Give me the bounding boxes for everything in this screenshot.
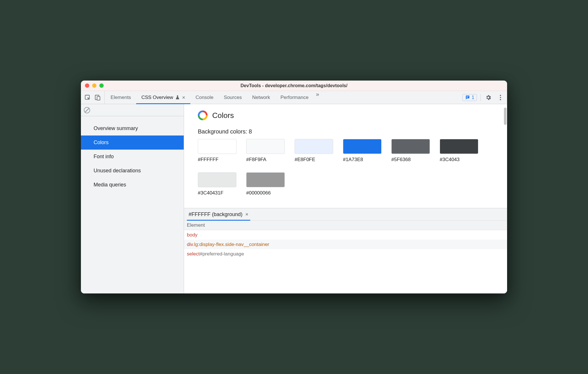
swatch-label: #3C4043 [440,157,478,163]
kebab-menu-icon[interactable] [496,93,505,102]
inspect-element-icon[interactable] [83,93,92,102]
body: Overview summary Colors Font info Unused… [81,104,507,293]
swatch-item: #5F6368 [391,139,430,163]
titlebar: DevTools - developer.chrome.com/tags/dev… [81,81,507,91]
element-row[interactable]: select#preferred-language [184,249,507,259]
tab-label: Elements [111,95,131,100]
svg-rect-4 [466,97,468,98]
swatch-item: #00000066 [246,172,285,196]
tab-sources[interactable]: Sources [219,91,247,104]
color-swatch[interactable] [198,172,236,187]
issues-button[interactable]: 1 [462,94,477,101]
swatch-item: #3C40431F [198,172,236,196]
section-title-text: Colors [212,111,234,120]
swatch-grid: #FFFFFF#F8F9FA#E8F0FE#1A73E8#5F6368#3C40… [198,139,493,196]
swatch-label: #FFFFFF [198,157,236,163]
sidebar-item-label: Media queries [94,182,126,188]
sidebar-item-colors[interactable]: Colors [81,136,184,150]
maximize-window-button[interactable] [99,83,104,88]
element-row[interactable]: body [184,230,507,240]
scrollbar[interactable] [504,108,507,125]
swatch-item: #E8F0FE [295,139,333,163]
main-panel: Colors Background colors: 8 #FFFFFF#F8F9… [184,104,507,293]
tab-network[interactable]: Network [247,91,275,104]
close-icon[interactable]: × [245,211,249,217]
svg-rect-0 [85,95,90,99]
sidebar-header [81,104,184,116]
sidebar-item-unused-declarations[interactable]: Unused declarations [81,164,184,178]
window-controls [85,83,104,88]
swatch-label: #3C40431F [198,190,236,196]
svg-rect-3 [466,96,468,97]
svg-point-5 [500,95,501,96]
swatch-label: #5F6368 [391,157,430,163]
devtools-window: DevTools - developer.chrome.com/tags/dev… [81,81,507,293]
color-swatch[interactable] [198,139,236,154]
color-swatch[interactable] [440,139,478,154]
swatch-item: #3C4043 [440,139,478,163]
gear-icon[interactable] [484,93,493,102]
svg-rect-2 [97,96,100,100]
more-tabs-icon[interactable]: » [314,91,321,104]
sidebar-item-overview-summary[interactable]: Overview summary [81,121,184,136]
section-title: Colors [198,110,493,120]
tab-label: CSS Overview [141,95,173,100]
tab-console[interactable]: Console [190,91,219,104]
swatch-item: #FFFFFF [198,139,236,163]
close-icon[interactable]: × [182,95,185,100]
clear-overview-icon[interactable] [84,107,90,113]
close-window-button[interactable] [85,83,89,88]
svg-point-7 [500,99,501,100]
panel-tabs: Elements CSS Overview × Console Sources … [105,91,461,104]
sidebar-item-label: Colors [94,140,109,145]
color-swatch[interactable] [343,139,382,154]
details-panel: #FFFFFF (background) × Element bodydiv.l… [184,208,507,259]
color-swatch[interactable] [246,139,285,154]
details-rows: bodydiv.lg:display-flex.side-nav__contai… [184,230,507,259]
details-tab-label: #FFFFFF (background) [189,211,242,217]
swatch-label: #1A73E8 [343,157,382,163]
chat-icon [465,95,470,100]
main-toolbar: Elements CSS Overview × Console Sources … [81,91,507,104]
tab-label: Performance [280,95,308,100]
svg-point-6 [500,97,501,98]
element-row[interactable]: div.lg:display-flex.side-nav__container [184,240,507,249]
color-swatch[interactable] [246,172,285,187]
swatch-label: #F8F9FA [246,157,285,163]
swatch-item: #F8F9FA [246,139,285,163]
tab-label: Sources [224,95,242,100]
flask-icon [175,95,180,100]
details-tab[interactable]: #FFFFFF (background) × [187,208,250,220]
details-tabbar: #FFFFFF (background) × [184,208,507,220]
tab-elements[interactable]: Elements [105,91,136,104]
sidebar-item-label: Overview summary [94,125,138,131]
tab-label: Console [196,95,213,100]
sidebar-item-media-queries[interactable]: Media queries [81,178,184,192]
sidebar-item-label: Unused declarations [94,168,141,173]
swatch-label: #E8F0FE [295,157,333,163]
minimize-window-button[interactable] [92,83,96,88]
window-title: DevTools - developer.chrome.com/tags/dev… [81,83,507,88]
sidebar-item-font-info[interactable]: Font info [81,150,184,164]
sidebar: Overview summary Colors Font info Unused… [81,104,184,293]
color-swatch[interactable] [295,139,333,154]
tab-performance[interactable]: Performance [275,91,314,104]
divider [480,94,481,101]
swatch-label: #00000066 [246,190,285,196]
issues-count: 1 [472,95,474,100]
color-swatch[interactable] [391,139,430,154]
details-column-header: Element [184,220,507,230]
device-toolbar-icon[interactable] [93,93,102,102]
tab-css-overview[interactable]: CSS Overview × [136,91,190,104]
sidebar-item-label: Font info [94,154,114,159]
subsection-label: Background colors: 8 [198,128,493,135]
colors-ring-icon [198,110,208,120]
swatch-item: #1A73E8 [343,139,382,163]
tab-label: Network [252,95,270,100]
